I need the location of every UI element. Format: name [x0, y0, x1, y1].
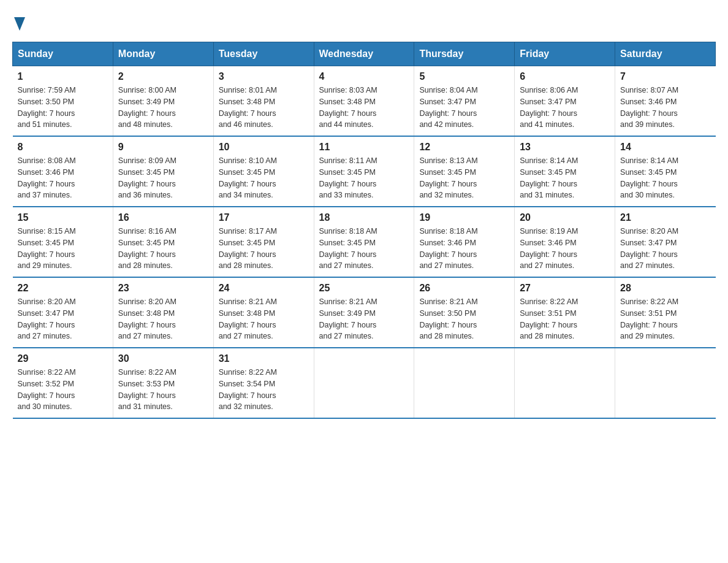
day-number: 25 [319, 283, 409, 294]
day-number: 9 [118, 142, 208, 153]
calendar-cell: 3 Sunrise: 8:01 AM Sunset: 3:48 PM Dayli… [213, 66, 314, 137]
day-info: Sunrise: 8:03 AM Sunset: 3:48 PM Dayligh… [319, 85, 409, 131]
svg-marker-0 [14, 17, 25, 31]
logo-arrow-icon [14, 12, 25, 33]
calendar-cell: 2 Sunrise: 8:00 AM Sunset: 3:49 PM Dayli… [113, 66, 213, 137]
day-info: Sunrise: 8:13 AM Sunset: 3:45 PM Dayligh… [419, 155, 509, 201]
day-info: Sunrise: 8:01 AM Sunset: 3:48 PM Dayligh… [219, 85, 309, 131]
calendar-week-4: 22 Sunrise: 8:20 AM Sunset: 3:47 PM Dayl… [13, 277, 716, 348]
day-number: 23 [118, 283, 208, 294]
day-number: 12 [419, 142, 509, 153]
day-info: Sunrise: 8:07 AM Sunset: 3:46 PM Dayligh… [620, 85, 710, 131]
day-info: Sunrise: 8:09 AM Sunset: 3:45 PM Dayligh… [118, 155, 208, 201]
day-number: 13 [520, 142, 610, 153]
day-info: Sunrise: 8:00 AM Sunset: 3:49 PM Dayligh… [118, 85, 208, 131]
calendar-cell: 23 Sunrise: 8:20 AM Sunset: 3:48 PM Dayl… [113, 277, 213, 348]
day-info: Sunrise: 8:22 AM Sunset: 3:54 PM Dayligh… [219, 367, 309, 413]
col-header-tuesday: Tuesday [213, 42, 314, 66]
calendar-cell: 22 Sunrise: 8:20 AM Sunset: 3:47 PM Dayl… [13, 277, 113, 348]
col-header-thursday: Thursday [414, 42, 515, 66]
calendar-header: SundayMondayTuesdayWednesdayThursdayFrid… [13, 42, 716, 66]
calendar-cell: 9 Sunrise: 8:09 AM Sunset: 3:45 PM Dayli… [113, 136, 213, 207]
calendar-cell: 31 Sunrise: 8:22 AM Sunset: 3:54 PM Dayl… [213, 348, 314, 418]
calendar-cell: 12 Sunrise: 8:13 AM Sunset: 3:45 PM Dayl… [414, 136, 515, 207]
day-number: 6 [520, 71, 610, 82]
col-header-monday: Monday [113, 42, 213, 66]
calendar-cell: 6 Sunrise: 8:06 AM Sunset: 3:47 PM Dayli… [515, 66, 615, 137]
day-number: 16 [118, 212, 208, 223]
calendar-cell: 24 Sunrise: 8:21 AM Sunset: 3:48 PM Dayl… [213, 277, 314, 348]
calendar-cell: 28 Sunrise: 8:22 AM Sunset: 3:51 PM Dayl… [615, 277, 716, 348]
day-info: Sunrise: 8:20 AM Sunset: 3:47 PM Dayligh… [18, 296, 108, 342]
day-number: 3 [219, 71, 309, 82]
col-header-wednesday: Wednesday [314, 42, 414, 66]
page-header [12, 12, 716, 29]
day-number: 1 [18, 71, 108, 82]
calendar-cell: 4 Sunrise: 8:03 AM Sunset: 3:48 PM Dayli… [314, 66, 414, 137]
day-number: 10 [219, 142, 309, 153]
calendar-cell: 13 Sunrise: 8:14 AM Sunset: 3:45 PM Dayl… [515, 136, 615, 207]
day-info: Sunrise: 8:15 AM Sunset: 3:45 PM Dayligh… [18, 226, 108, 272]
calendar-cell: 15 Sunrise: 8:15 AM Sunset: 3:45 PM Dayl… [13, 207, 113, 277]
day-info: Sunrise: 7:59 AM Sunset: 3:50 PM Dayligh… [18, 85, 108, 131]
day-number: 29 [18, 353, 108, 364]
day-number: 7 [620, 71, 710, 82]
calendar-cell: 18 Sunrise: 8:18 AM Sunset: 3:45 PM Dayl… [314, 207, 414, 277]
calendar-cell: 25 Sunrise: 8:21 AM Sunset: 3:49 PM Dayl… [314, 277, 414, 348]
day-info: Sunrise: 8:06 AM Sunset: 3:47 PM Dayligh… [520, 85, 610, 131]
day-number: 18 [319, 212, 409, 223]
day-number: 21 [620, 212, 710, 223]
day-info: Sunrise: 8:04 AM Sunset: 3:47 PM Dayligh… [419, 85, 509, 131]
calendar-cell: 7 Sunrise: 8:07 AM Sunset: 3:46 PM Dayli… [615, 66, 716, 137]
day-number: 11 [319, 142, 409, 153]
day-info: Sunrise: 8:18 AM Sunset: 3:46 PM Dayligh… [419, 226, 509, 272]
calendar-cell: 27 Sunrise: 8:22 AM Sunset: 3:51 PM Dayl… [515, 277, 615, 348]
calendar-cell: 8 Sunrise: 8:08 AM Sunset: 3:46 PM Dayli… [13, 136, 113, 207]
calendar-cell: 19 Sunrise: 8:18 AM Sunset: 3:46 PM Dayl… [414, 207, 515, 277]
day-number: 26 [419, 283, 509, 294]
calendar-cell: 21 Sunrise: 8:20 AM Sunset: 3:47 PM Dayl… [615, 207, 716, 277]
day-info: Sunrise: 8:21 AM Sunset: 3:48 PM Dayligh… [219, 296, 309, 342]
calendar-cell: 1 Sunrise: 7:59 AM Sunset: 3:50 PM Dayli… [13, 66, 113, 137]
day-number: 15 [18, 212, 108, 223]
day-info: Sunrise: 8:22 AM Sunset: 3:51 PM Dayligh… [620, 296, 710, 342]
day-number: 28 [620, 283, 710, 294]
calendar-week-2: 8 Sunrise: 8:08 AM Sunset: 3:46 PM Dayli… [13, 136, 716, 207]
col-header-friday: Friday [515, 42, 615, 66]
day-info: Sunrise: 8:22 AM Sunset: 3:51 PM Dayligh… [520, 296, 610, 342]
day-number: 22 [18, 283, 108, 294]
day-info: Sunrise: 8:21 AM Sunset: 3:50 PM Dayligh… [419, 296, 509, 342]
day-number: 30 [118, 353, 208, 364]
calendar-cell: 30 Sunrise: 8:22 AM Sunset: 3:53 PM Dayl… [113, 348, 213, 418]
calendar-cell [414, 348, 515, 418]
day-number: 20 [520, 212, 610, 223]
col-header-saturday: Saturday [615, 42, 716, 66]
calendar-week-3: 15 Sunrise: 8:15 AM Sunset: 3:45 PM Dayl… [13, 207, 716, 277]
calendar-cell: 5 Sunrise: 8:04 AM Sunset: 3:47 PM Dayli… [414, 66, 515, 137]
logo [12, 12, 26, 29]
calendar-cell [615, 348, 716, 418]
day-info: Sunrise: 8:14 AM Sunset: 3:45 PM Dayligh… [620, 155, 710, 201]
day-number: 31 [219, 353, 309, 364]
col-header-sunday: Sunday [13, 42, 113, 66]
calendar-cell: 10 Sunrise: 8:10 AM Sunset: 3:45 PM Dayl… [213, 136, 314, 207]
day-number: 19 [419, 212, 509, 223]
calendar-week-5: 29 Sunrise: 8:22 AM Sunset: 3:52 PM Dayl… [13, 348, 716, 418]
day-number: 2 [118, 71, 208, 82]
day-number: 4 [319, 71, 409, 82]
calendar-cell: 26 Sunrise: 8:21 AM Sunset: 3:50 PM Dayl… [414, 277, 515, 348]
day-number: 14 [620, 142, 710, 153]
day-info: Sunrise: 8:17 AM Sunset: 3:45 PM Dayligh… [219, 226, 309, 272]
calendar-cell: 11 Sunrise: 8:11 AM Sunset: 3:45 PM Dayl… [314, 136, 414, 207]
day-number: 5 [419, 71, 509, 82]
day-info: Sunrise: 8:16 AM Sunset: 3:45 PM Dayligh… [118, 226, 208, 272]
calendar-table: SundayMondayTuesdayWednesdayThursdayFrid… [12, 42, 716, 419]
calendar-cell: 20 Sunrise: 8:19 AM Sunset: 3:46 PM Dayl… [515, 207, 615, 277]
day-info: Sunrise: 8:19 AM Sunset: 3:46 PM Dayligh… [520, 226, 610, 272]
calendar-cell [515, 348, 615, 418]
day-info: Sunrise: 8:22 AM Sunset: 3:53 PM Dayligh… [118, 367, 208, 413]
day-number: 8 [18, 142, 108, 153]
calendar-cell: 29 Sunrise: 8:22 AM Sunset: 3:52 PM Dayl… [13, 348, 113, 418]
calendar-cell [314, 348, 414, 418]
day-info: Sunrise: 8:10 AM Sunset: 3:45 PM Dayligh… [219, 155, 309, 201]
